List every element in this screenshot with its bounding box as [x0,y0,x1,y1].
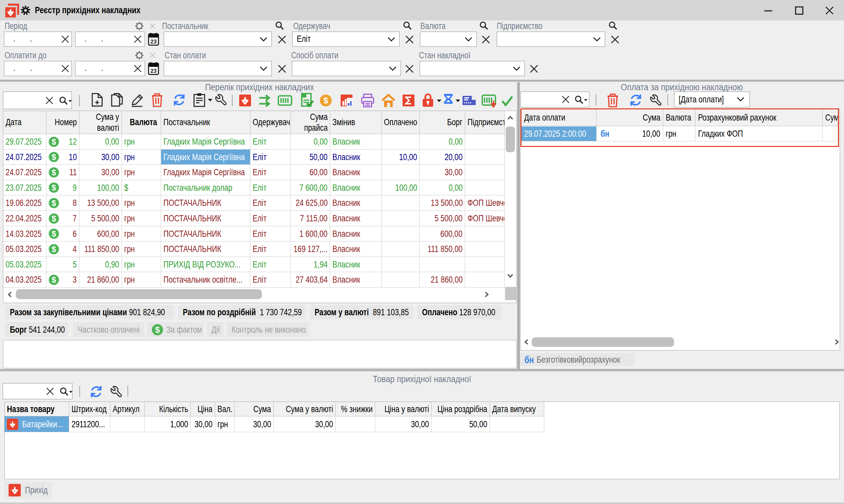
svg-text:$: $ [323,95,328,105]
svg-text:23: 23 [150,38,157,45]
svg-text:23: 23 [150,68,157,74]
